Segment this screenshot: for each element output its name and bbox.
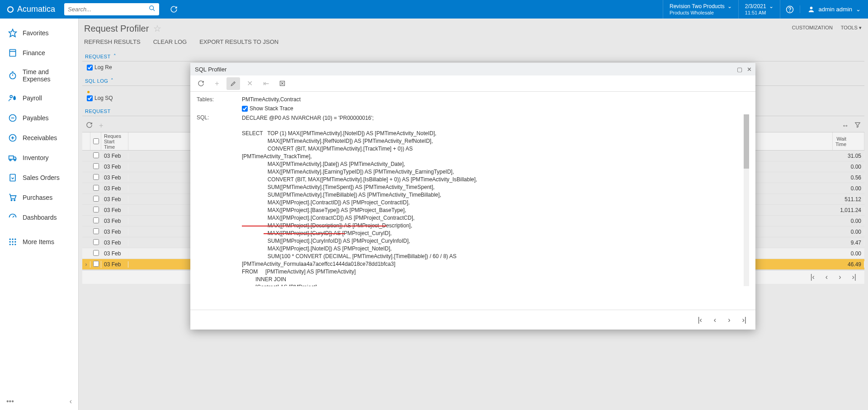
row-checkbox[interactable] <box>93 174 99 180</box>
grid-filter-icon[interactable] <box>854 122 861 130</box>
sidebar-item-finance[interactable]: Finance <box>0 43 78 63</box>
sidebar-item-label: Receivables <box>23 134 57 141</box>
modal-delete-button[interactable]: ✕ <box>243 77 256 90</box>
close-icon[interactable]: ✕ <box>747 66 752 73</box>
row-checkbox[interactable] <box>93 163 99 169</box>
row-checkbox[interactable] <box>93 196 99 202</box>
help-button[interactable] <box>780 0 800 19</box>
cell-wait: 0.00 <box>833 229 864 235</box>
svg-rect-19 <box>9 156 14 160</box>
svg-point-26 <box>9 239 11 240</box>
svg-marker-35 <box>855 123 860 127</box>
pager-first-icon[interactable]: |‹ <box>698 316 702 324</box>
collapse-icon[interactable]: ‹ <box>70 397 72 405</box>
svg-marker-6 <box>9 29 17 37</box>
svg-point-32 <box>9 244 11 245</box>
user-icon <box>807 5 815 13</box>
plus-circle-icon <box>8 133 17 142</box>
show-stack-trace-checkbox[interactable]: Show Stack Trace <box>242 105 749 112</box>
search-input[interactable] <box>68 6 149 13</box>
svg-rect-22 <box>10 174 15 181</box>
user-menu[interactable]: admin admin ⌄ <box>800 5 868 13</box>
chevron-down-icon: ⌄ <box>856 6 861 13</box>
clear-log-button[interactable]: CLEAR LOG <box>153 38 187 45</box>
pager-last-icon[interactable]: ›| <box>852 273 856 281</box>
tables-label: Tables: <box>197 96 242 103</box>
svg-line-25 <box>13 216 14 217</box>
row-checkbox[interactable] <box>93 250 99 256</box>
svg-text:$: $ <box>14 96 16 100</box>
pager-first-icon[interactable]: |‹ <box>810 273 814 281</box>
row-checkbox[interactable] <box>93 152 99 158</box>
cell-date: 03 Feb <box>101 250 128 257</box>
cell-date: 03 Feb <box>101 153 128 159</box>
warning-icon: ● <box>87 89 90 95</box>
grid-add-icon[interactable]: + <box>99 122 103 130</box>
select-all-checkbox[interactable] <box>93 138 99 144</box>
sidebar-item-dashboards[interactable]: Dashboards <box>0 207 78 227</box>
row-checkbox[interactable] <box>93 217 99 223</box>
more-icon[interactable]: ••• <box>6 397 14 405</box>
sidebar-item-purchases[interactable]: Purchases <box>0 188 78 207</box>
sidebar-item-label: Dashboards <box>23 214 57 221</box>
apps-icon <box>8 237 17 246</box>
sidebar-item-favorites[interactable]: Favorites <box>0 23 78 43</box>
sql-text[interactable]: DECLARE @P0 AS NVARCHAR (10) = 'PR000000… <box>242 114 749 286</box>
svg-point-21 <box>14 159 15 160</box>
sidebar-item-sales[interactable]: Sales Orders <box>0 168 78 188</box>
pager-next-icon[interactable]: › <box>728 316 730 324</box>
svg-point-34 <box>14 244 16 245</box>
modal-titlebar[interactable]: SQL Profiler ▢ ✕ <box>190 63 755 75</box>
row-checkbox[interactable] <box>93 228 99 234</box>
pager-last-icon[interactable]: ›| <box>742 316 746 324</box>
cell-date: 03 Feb <box>101 207 128 213</box>
pager-prev-icon[interactable]: ‹ <box>826 273 828 281</box>
col-start-time[interactable]: Reques Start Time <box>101 132 128 150</box>
search-box[interactable] <box>64 3 159 15</box>
row-checkbox[interactable] <box>93 261 99 267</box>
sidebar-item-receivables[interactable]: Receivables <box>0 128 78 148</box>
maximize-icon[interactable]: ▢ <box>737 66 742 73</box>
svg-point-5 <box>810 7 812 9</box>
grid-refresh-icon[interactable] <box>86 122 93 130</box>
star-icon <box>8 28 17 38</box>
row-checkbox[interactable] <box>93 239 99 245</box>
request-panel-header[interactable]: REQUEST ˄ <box>82 49 864 61</box>
tenant-selector[interactable]: Revision Two Products⌄ Products Wholesal… <box>663 0 738 19</box>
sidebar-more-items[interactable]: More Items <box>0 232 78 252</box>
pager-next-icon[interactable]: › <box>839 273 841 281</box>
sql-scrollbar[interactable] <box>744 114 749 286</box>
svg-point-24 <box>14 200 15 201</box>
cell-date: 03 Feb <box>101 240 128 246</box>
modal-refresh-button[interactable] <box>194 77 208 90</box>
sidebar-item-inventory[interactable]: Inventory <box>0 148 78 168</box>
cart-icon <box>8 193 17 202</box>
col-wait-time[interactable]: Wait Time <box>833 132 864 150</box>
export-json-button[interactable]: EXPORT RESULTS TO JSON <box>199 38 278 45</box>
tools-menu[interactable]: TOOLS ▾ <box>841 25 862 31</box>
refresh-results-button[interactable]: REFRESH RESULTS <box>84 38 141 45</box>
modal-nav-button[interactable]: ⇤ <box>259 77 273 90</box>
customization-link[interactable]: CUSTOMIZATION <box>792 25 833 31</box>
sidebar-item-payables[interactable]: Payables <box>0 108 78 128</box>
search-icon[interactable] <box>149 5 156 14</box>
modal-toolbar: + ✕ ⇤ <box>190 75 755 92</box>
sql-label: SQL: <box>197 114 242 286</box>
pager-prev-icon[interactable]: ‹ <box>714 316 716 324</box>
row-checkbox[interactable] <box>93 185 99 191</box>
sidebar-item-payroll[interactable]: $Payroll <box>0 88 78 108</box>
brand-logo[interactable]: Acumatica <box>0 5 61 14</box>
datetime-selector[interactable]: 2/3/2021⌄ 11:51 AM <box>738 0 780 19</box>
cell-date: 03 Feb <box>101 196 128 203</box>
modal-edit-button[interactable] <box>226 77 240 90</box>
cell-wait: 9.47 <box>833 240 864 246</box>
row-checkbox[interactable] <box>93 207 99 212</box>
sidebar-item-time[interactable]: Time and Expenses <box>0 63 78 88</box>
favorite-star-icon[interactable]: ☆ <box>153 23 161 34</box>
date-text: 2/3/2021 <box>745 3 766 9</box>
svg-point-20 <box>9 159 11 160</box>
modal-export-button[interactable] <box>275 77 289 90</box>
modal-add-button[interactable]: + <box>210 77 224 90</box>
refresh-button[interactable] <box>164 0 184 19</box>
grid-expand-icon[interactable]: ↔ <box>842 122 849 130</box>
